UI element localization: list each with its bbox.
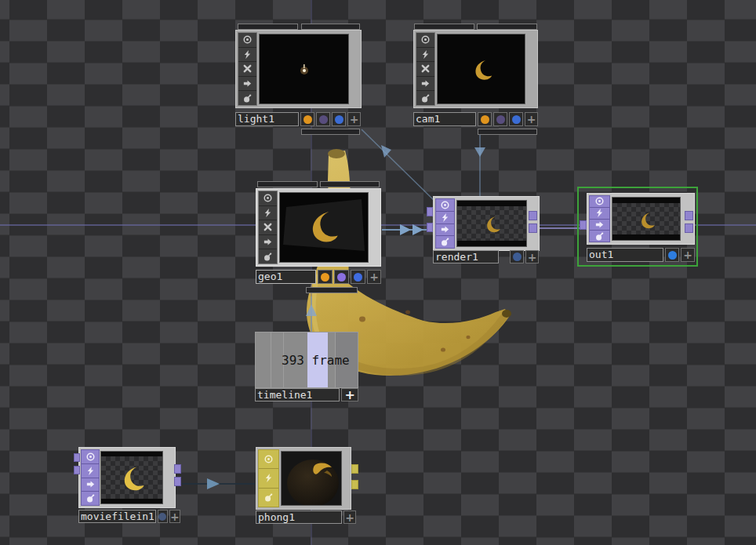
- bomb-flag-icon[interactable]: [590, 231, 609, 242]
- geo1-name-label[interactable]: geo1: [256, 270, 316, 284]
- light1-name-label[interactable]: light1: [235, 112, 299, 126]
- out1-name-label[interactable]: out1: [587, 248, 663, 262]
- lightning-flag-icon[interactable]: [259, 469, 278, 488]
- lightning-flag-icon[interactable]: [82, 464, 99, 478]
- wire-cam1-render1[interactable]: [474, 129, 485, 196]
- lightning-flag-icon[interactable]: [238, 48, 256, 63]
- arrow-flag-icon[interactable]: [238, 77, 256, 92]
- bomb-flag-icon[interactable]: [82, 492, 99, 505]
- phong1-output-connector[interactable]: [351, 480, 358, 489]
- wire-moviefilein1-phong1[interactable]: [182, 478, 255, 489]
- bomb-flag-icon[interactable]: [436, 236, 454, 248]
- render1-input-connector[interactable]: [427, 223, 433, 232]
- light1-bottom-connector[interactable]: [301, 129, 360, 135]
- viewer-flag-icon[interactable]: [590, 196, 609, 208]
- node-render1[interactable]: [433, 196, 540, 251]
- node-geo1[interactable]: [256, 188, 381, 267]
- arrow-flag-icon[interactable]: [416, 77, 434, 92]
- wire-timeline1-geo1[interactable]: [306, 296, 317, 332]
- geo1-top-connector[interactable]: [257, 181, 318, 187]
- cam1-top-connector[interactable]: [477, 24, 537, 30]
- geo1-flag-blue[interactable]: [351, 270, 365, 284]
- cam1-top-connector[interactable]: [414, 24, 474, 30]
- light1-flag-orange[interactable]: [300, 112, 314, 126]
- light1-flag-purple[interactable]: [316, 112, 330, 126]
- bomb-flag-icon[interactable]: [259, 249, 277, 263]
- arrow-flag-icon[interactable]: [436, 224, 454, 237]
- moviefilein1-output-connector[interactable]: [174, 477, 181, 486]
- wire-geo1-render1[interactable]: [382, 224, 430, 235]
- render1-add-flag-button[interactable]: +: [525, 250, 539, 263]
- node-moviefilein1[interactable]: [78, 447, 176, 508]
- geo1-top-connector[interactable]: [320, 181, 380, 187]
- lightning-flag-icon[interactable]: [259, 206, 277, 221]
- phong1-output-connector[interactable]: [351, 464, 358, 474]
- render1-flag-blue[interactable]: [510, 250, 524, 263]
- bomb-flag-icon[interactable]: [238, 91, 256, 105]
- arrow-flag-icon[interactable]: [590, 220, 609, 231]
- node-light1[interactable]: [235, 30, 362, 108]
- lightning-flag-icon[interactable]: [436, 212, 454, 224]
- phong1-viewer[interactable]: [281, 451, 342, 506]
- x-flag-icon[interactable]: [416, 62, 434, 77]
- geo1-bottom-connector[interactable]: [306, 287, 358, 293]
- out1-output-connector[interactable]: [685, 211, 693, 220]
- bomb-flag-icon[interactable]: [259, 489, 278, 507]
- light1-top-connector[interactable]: [238, 24, 298, 30]
- viewer-flag-icon[interactable]: [416, 33, 434, 48]
- moviefilein1-add-flag-button[interactable]: +: [169, 510, 180, 523]
- render1-viewer[interactable]: [456, 200, 527, 247]
- bomb-flag-icon[interactable]: [416, 91, 434, 105]
- arrow-flag-icon[interactable]: [82, 478, 99, 492]
- render1-input-connector[interactable]: [427, 207, 433, 216]
- arrow-flag-icon[interactable]: [259, 235, 277, 250]
- geo1-flag-purple[interactable]: [334, 270, 349, 284]
- geo1-add-flag-button[interactable]: +: [367, 270, 381, 284]
- render1-name-label[interactable]: render1: [433, 250, 499, 263]
- viewer-flag-icon[interactable]: [259, 450, 278, 469]
- lightning-flag-icon[interactable]: [590, 208, 609, 220]
- network-editor-canvas[interactable]: light1 + cam1 +: [0, 0, 756, 545]
- moviefilein1-output-connector[interactable]: [174, 464, 181, 474]
- cam1-name-label[interactable]: cam1: [413, 112, 476, 126]
- moviefilein1-input-connector[interactable]: [74, 466, 80, 474]
- lightning-flag-icon[interactable]: [416, 48, 434, 63]
- render1-output-connector[interactable]: [529, 211, 537, 220]
- timeline1-add-flag-button[interactable]: +: [341, 388, 358, 401]
- x-flag-icon[interactable]: [259, 220, 277, 235]
- render1-output-connector[interactable]: [529, 223, 537, 233]
- moviefilein1-input-connector[interactable]: [74, 453, 80, 462]
- geo1-viewer[interactable]: [279, 192, 369, 263]
- viewer-flag-icon[interactable]: [436, 199, 454, 212]
- viewer-flag-icon[interactable]: [238, 33, 256, 48]
- x-flag-icon[interactable]: [238, 62, 256, 77]
- out1-viewer[interactable]: [612, 197, 681, 241]
- moviefilein1-name-label[interactable]: moviefilein1: [78, 510, 156, 523]
- out1-add-flag-button[interactable]: +: [681, 248, 695, 262]
- cam1-add-flag-button[interactable]: +: [525, 112, 538, 126]
- node-phong1[interactable]: [256, 447, 351, 510]
- viewer-flag-icon[interactable]: [259, 191, 277, 206]
- timeline1-body[interactable]: 393 frame: [255, 332, 358, 388]
- moviefilein1-flag-blue[interactable]: [158, 510, 168, 523]
- cam1-flag-purple[interactable]: [493, 112, 507, 126]
- light1-top-connector[interactable]: [301, 24, 360, 30]
- out1-flag-blue[interactable]: [665, 248, 680, 262]
- light1-viewer[interactable]: [259, 34, 349, 104]
- node-cam1[interactable]: [413, 30, 538, 108]
- phong1-name-label[interactable]: phong1: [256, 510, 342, 524]
- geo1-flag-orange[interactable]: [318, 270, 333, 284]
- phong1-add-flag-button[interactable]: +: [343, 510, 356, 524]
- cam1-viewer[interactable]: [437, 34, 525, 104]
- light1-flag-blue[interactable]: [332, 112, 346, 126]
- out1-input-connector[interactable]: [580, 220, 587, 230]
- moviefilein1-viewer[interactable]: [100, 451, 163, 504]
- node-out1[interactable]: [587, 193, 695, 245]
- cam1-flag-blue[interactable]: [509, 112, 523, 126]
- out1-output-connector[interactable]: [685, 223, 693, 233]
- timeline1-name-label[interactable]: timeline1: [255, 388, 340, 401]
- viewer-flag-icon[interactable]: [82, 450, 99, 464]
- cam1-bottom-connector[interactable]: [478, 129, 537, 135]
- light1-add-flag-button[interactable]: +: [347, 112, 361, 126]
- cam1-flag-orange[interactable]: [478, 112, 492, 126]
